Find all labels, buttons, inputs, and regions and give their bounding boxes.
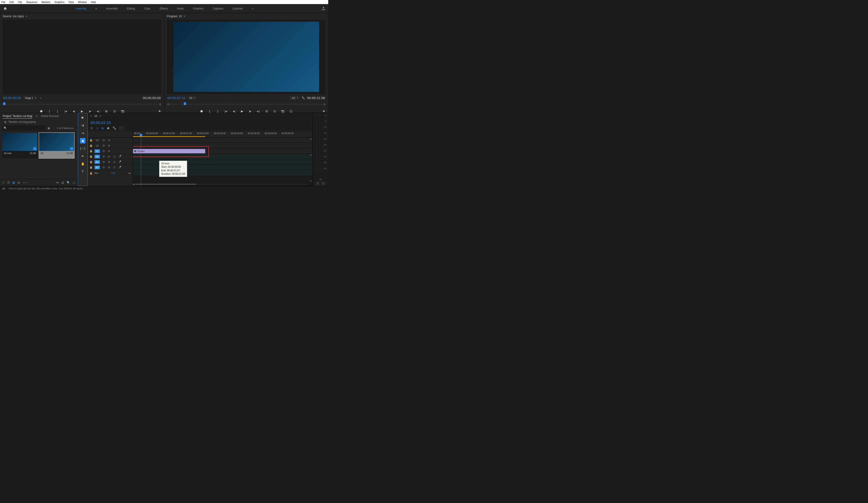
source-viewer[interactable]: [3, 19, 162, 94]
workspace-overflow-icon[interactable]: »: [252, 7, 254, 10]
source-panel-menu-icon[interactable]: ≡: [25, 15, 27, 18]
hscroll-handle-left[interactable]: [133, 183, 135, 185]
snap-icon[interactable]: ∩: [96, 127, 98, 130]
selection-tool-icon[interactable]: [80, 115, 85, 120]
project-search-input[interactable]: 🔍: [2, 125, 45, 131]
menu-file[interactable]: File: [1, 1, 6, 3]
creative-cloud-icon[interactable]: [2, 187, 6, 190]
sync-lock-icon[interactable]: ⊟: [102, 139, 105, 142]
freeform-view-icon[interactable]: ⊞: [18, 181, 20, 184]
track-a1[interactable]: [133, 154, 312, 159]
solo-icon[interactable]: S: [113, 166, 116, 169]
timeline-horizontal-scroll[interactable]: [133, 183, 310, 185]
list-view-icon[interactable]: ☰: [7, 181, 10, 184]
sync-lock-icon[interactable]: ⊟: [102, 155, 105, 158]
track-label[interactable]: A3: [94, 165, 100, 169]
voice-over-icon[interactable]: 🎤: [118, 155, 122, 158]
step-back-icon[interactable]: ◂|: [72, 109, 76, 113]
zoom-slider-icon[interactable]: ○──: [23, 181, 28, 184]
solo-left-button[interactable]: S: [316, 182, 320, 185]
go-to-in-icon[interactable]: |◂: [224, 109, 228, 113]
program-timecode-current[interactable]: 00:00:02:10: [167, 96, 185, 100]
menu-help[interactable]: Help: [91, 1, 96, 3]
solo-icon[interactable]: S: [113, 161, 116, 163]
menu-window[interactable]: Window: [78, 1, 87, 3]
sequence-name[interactable]: 10: [94, 114, 97, 118]
mute-icon[interactable]: M: [107, 161, 111, 163]
workspace-audio[interactable]: Audio: [177, 7, 184, 10]
export-frame-icon[interactable]: 📷: [121, 109, 125, 113]
track-v1[interactable]: 10.mov: [133, 149, 312, 154]
mark-in-icon[interactable]: {: [48, 109, 52, 113]
timeline-timecode[interactable]: 00:00:02:10: [90, 121, 111, 125]
scrub-handle-left[interactable]: [167, 103, 169, 105]
workspace-editing[interactable]: Editing: [127, 7, 135, 10]
menu-markers[interactable]: Markers: [41, 1, 50, 3]
caption-icon[interactable]: cc: [119, 127, 123, 130]
source-page-selector[interactable]: Page 1: [23, 96, 37, 100]
vscroll-handle-mid[interactable]: [310, 154, 311, 156]
workspace-captions[interactable]: Captions: [213, 7, 223, 10]
track-label[interactable]: V3: [94, 139, 100, 142]
vscroll-handle-top[interactable]: [310, 139, 311, 140]
automate-icon[interactable]: ▥: [61, 181, 64, 184]
sync-lock-icon[interactable]: ⊟: [102, 160, 105, 163]
video-track-header-v2[interactable]: 🔒 V2 ⊟ 👁: [88, 143, 133, 149]
expand-icon[interactable]: ⏭: [128, 172, 131, 174]
go-to-out-icon[interactable]: ▸|: [256, 109, 260, 113]
track-label[interactable]: A1: [94, 155, 100, 158]
lock-icon[interactable]: 🔒: [90, 155, 93, 158]
lock-icon[interactable]: 🔒: [90, 139, 93, 142]
menu-graphics[interactable]: Graphics: [54, 1, 64, 3]
toggle-output-icon[interactable]: 👁: [107, 144, 111, 147]
video-track-header-v3[interactable]: 🔒 V3 ⊟ 👁: [88, 138, 133, 143]
timeline-playhead[interactable]: [141, 132, 141, 186]
video-track-header-v1[interactable]: 🔒 V1 ⊟ 👁: [88, 149, 133, 154]
program-resolution-selector[interactable]: 1/2: [290, 96, 299, 100]
new-bin-icon[interactable]: ▣: [48, 127, 50, 130]
insert-icon[interactable]: ⊞: [104, 109, 108, 113]
timeline-tracks-area[interactable]: :00:00 00:00:05:00 00:00:10:00 00:00:15:…: [133, 132, 312, 186]
track-label[interactable]: A2: [94, 160, 100, 164]
sync-lock-icon[interactable]: ⊟: [102, 144, 105, 147]
go-to-out-icon[interactable]: ▸|: [96, 109, 100, 113]
toggle-output-icon[interactable]: 👁: [107, 150, 111, 152]
step-forward-icon[interactable]: |▸: [248, 109, 252, 113]
sort-icon[interactable]: ≡▾: [56, 181, 59, 184]
menu-view[interactable]: View: [69, 1, 74, 3]
play-icon[interactable]: ▶: [80, 109, 84, 113]
razor-tool-icon[interactable]: ◆: [80, 138, 85, 143]
program-zoom-selector[interactable]: Fit: [188, 96, 196, 100]
step-back-icon[interactable]: ◂|: [232, 109, 236, 113]
workspace-assembly[interactable]: Assembly: [106, 7, 118, 10]
workspace-libraries[interactable]: Libraries: [232, 7, 243, 10]
track-label[interactable]: V1: [94, 149, 100, 153]
menu-sequence[interactable]: Sequence: [26, 1, 38, 3]
track-v2[interactable]: [133, 143, 312, 149]
workspace-effects[interactable]: Effects: [159, 7, 168, 10]
mute-icon[interactable]: M: [107, 155, 111, 158]
lock-icon[interactable]: 🔒: [90, 166, 93, 169]
export-frame-icon[interactable]: 📷: [281, 109, 285, 113]
scrub-handle-right[interactable]: [159, 103, 162, 105]
timeline-ruler[interactable]: :00:00 00:00:05:00 00:00:10:00 00:00:15:…: [133, 132, 312, 138]
track-select-tool-icon[interactable]: ⇉: [80, 123, 85, 128]
lock-icon[interactable]: 🔒: [90, 150, 93, 152]
audio-track-header-a1[interactable]: 🔒 A1 ⊟ M S 🎤: [88, 154, 133, 159]
ripple-edit-tool-icon[interactable]: ⇥: [80, 130, 85, 136]
close-sequence-icon[interactable]: ×: [90, 114, 92, 118]
mix-value[interactable]: 0.0: [112, 172, 115, 174]
settings-icon[interactable]: 🔧: [113, 127, 116, 130]
play-icon[interactable]: ▶: [240, 109, 244, 113]
sync-lock-icon[interactable]: ⊟: [102, 150, 105, 152]
menu-clip[interactable]: Clip: [18, 1, 22, 3]
lock-icon[interactable]: 🔒: [90, 144, 93, 147]
source-scrub-bar[interactable]: [3, 102, 161, 107]
mark-out-icon[interactable]: }: [216, 109, 220, 113]
scrub-handle-right[interactable]: [323, 103, 326, 105]
source-timecode-in[interactable]: 00;00;00;00: [3, 96, 21, 100]
mark-in-icon[interactable]: {: [207, 109, 211, 113]
program-scrub-bar[interactable]: [167, 102, 325, 107]
voice-over-icon[interactable]: 🎤: [118, 166, 122, 169]
sync-lock-icon[interactable]: ⊟: [102, 166, 105, 169]
